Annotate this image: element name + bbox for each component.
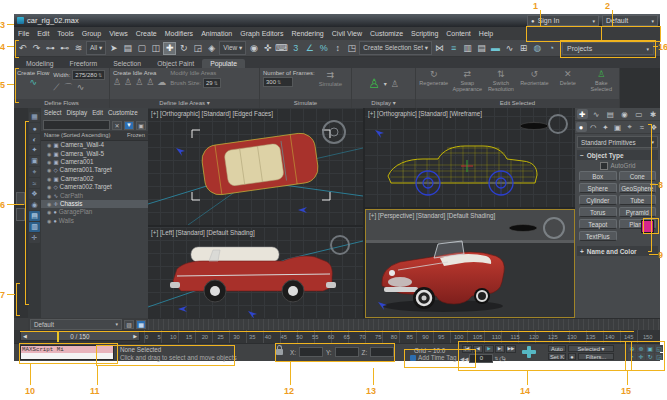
explorer-row-garageplan[interactable]: ● GaragePlan bbox=[41, 208, 148, 216]
schematic-view-icon[interactable]: ⊞ bbox=[517, 42, 530, 55]
select-and-link-icon[interactable]: ⊶ bbox=[44, 42, 57, 55]
explorer-display-bones-icon[interactable]: ◉ bbox=[29, 200, 40, 210]
clear-search-icon[interactable]: ✕ bbox=[112, 121, 122, 130]
tab-object-paint[interactable]: Object Paint bbox=[149, 59, 202, 68]
primitive-type-dropdown[interactable]: Standard Primitives ▾ bbox=[577, 136, 658, 148]
edit-named-selection-sets-icon[interactable]: ◳ bbox=[345, 42, 358, 55]
menu-item[interactable]: Edit bbox=[33, 30, 53, 37]
explorer-row-camera-wall-5[interactable]: ▣ Camera_Wall-5 bbox=[41, 149, 148, 157]
visibility-icon[interactable] bbox=[47, 141, 51, 149]
helpers-category-icon[interactable]: ⌖ bbox=[624, 122, 635, 132]
delete-button[interactable]: ✕ Delete bbox=[553, 70, 582, 86]
viewport-label[interactable]: [+] [Perspective] [Standard] [Default Sh… bbox=[369, 212, 495, 219]
brush-size-spinner[interactable]: 29⇅ bbox=[203, 78, 221, 88]
menu-item[interactable]: Help bbox=[475, 30, 497, 37]
layout-tab-2[interactable] bbox=[16, 208, 25, 221]
idle-area-1-icon[interactable]: ♙ bbox=[113, 77, 121, 87]
visibility-icon[interactable] bbox=[47, 150, 51, 158]
visibility-icon[interactable] bbox=[47, 192, 51, 200]
menu-item[interactable]: Scripting bbox=[407, 30, 442, 37]
visibility-icon[interactable] bbox=[47, 158, 51, 166]
material-editor-icon[interactable]: ◍ bbox=[531, 42, 544, 55]
bind-to-space-warp-icon[interactable]: ≋ bbox=[72, 42, 85, 55]
select-by-name-icon[interactable]: ▤ bbox=[121, 42, 134, 55]
keyboard-override-icon[interactable]: ⌨ bbox=[275, 42, 288, 55]
reference-coordinate-dropdown[interactable]: View ▾ bbox=[219, 41, 246, 55]
use-pivot-center-icon[interactable]: ◉ bbox=[247, 42, 260, 55]
explorer-row-camera-wall-4[interactable]: ▣ Camera_Wall-4 bbox=[41, 141, 148, 149]
lock-icon[interactable]: ▣ bbox=[136, 121, 146, 130]
idle-area-4-icon[interactable]: ♙ bbox=[146, 77, 154, 87]
teapot-button[interactable]: Teapot bbox=[579, 219, 617, 229]
frames-spinner[interactable]: 300⇅ bbox=[263, 77, 293, 87]
menu-item[interactable]: Views bbox=[105, 30, 132, 37]
mirror-icon[interactable]: ⋈ bbox=[433, 42, 446, 55]
render-setup-icon[interactable]: ◔ bbox=[545, 42, 558, 55]
menu-item[interactable]: Create bbox=[132, 30, 161, 37]
explorer-pin-icon[interactable]: ▨ bbox=[124, 320, 134, 329]
selection-filter-dropdown[interactable]: All ▾ bbox=[86, 41, 106, 55]
simulate-button[interactable]: ⇉ Simulate bbox=[319, 70, 342, 87]
filter-icon[interactable]: ▼ bbox=[124, 121, 134, 130]
angle-snap-icon[interactable]: ∠ bbox=[303, 42, 316, 55]
flow-style-1-icon[interactable]: ⟋ bbox=[53, 82, 59, 92]
explorer-menu-item[interactable]: Select bbox=[44, 109, 62, 119]
tab-populate[interactable]: Populate bbox=[202, 59, 245, 68]
display-people-icon[interactable]: ♙ bbox=[368, 79, 380, 89]
snaps-toggle-icon[interactable]: 3 bbox=[289, 42, 302, 55]
tab-freeform[interactable]: Freeform bbox=[62, 59, 106, 68]
named-selection-set-dropdown[interactable]: Create Selection Set ▾ bbox=[359, 41, 432, 55]
cylinder-button[interactable]: Cylinder bbox=[579, 195, 617, 205]
viewport-left[interactable]: [+] [Left] [Standard] [Default Shading] bbox=[148, 227, 363, 318]
explorer-row-carpath[interactable]: ∿ CarPath bbox=[41, 191, 148, 199]
menu-item[interactable]: Customize bbox=[366, 30, 407, 37]
spacewarps-category-icon[interactable]: ≈ bbox=[636, 122, 647, 132]
scene-explorer-toggle-icon[interactable]: ▥ bbox=[461, 42, 474, 55]
time-slider[interactable]: ◀ 0 / 150 ▶ bbox=[20, 331, 140, 341]
explorer-display-all-icon[interactable]: ▦ bbox=[29, 112, 40, 122]
bake-selected-button[interactable]: ♙ Bake Selected bbox=[587, 70, 616, 92]
explorer-pick-icon[interactable]: ✛ bbox=[29, 233, 40, 243]
menu-item[interactable]: Animation bbox=[197, 30, 236, 37]
viewport-label[interactable]: [+] [Orthographic] [Standard] [Edged Fac… bbox=[151, 110, 273, 117]
explorer-row-chassis[interactable]: ✛ Chassis bbox=[41, 200, 148, 208]
utilities-tab-icon[interactable]: ✱ bbox=[647, 109, 658, 119]
column-header-name[interactable]: Name (Sorted Ascending) bbox=[44, 131, 110, 140]
explorer-display-cameras-icon[interactable]: ▣ bbox=[29, 156, 40, 166]
window-crossing-toggle-icon[interactable]: ◫ bbox=[149, 42, 162, 55]
explorer-display-materials-icon[interactable]: ❖ bbox=[29, 189, 40, 199]
motion-tab-icon[interactable]: ◉ bbox=[619, 109, 630, 119]
visibility-icon[interactable] bbox=[47, 200, 51, 208]
display-tab-icon[interactable]: ▭ bbox=[633, 109, 644, 119]
layer-explorer-toggle-icon[interactable]: ▤ bbox=[475, 42, 488, 55]
explorer-search-input[interactable] bbox=[43, 120, 110, 130]
select-and-scale-icon[interactable]: ◲ bbox=[191, 42, 204, 55]
textplus-button[interactable]: TextPlus bbox=[579, 231, 617, 241]
viewport-label[interactable]: [+] [Left] [Standard] [Default Shading] bbox=[151, 229, 255, 236]
sphere-button[interactable]: Sphere bbox=[579, 183, 617, 193]
explorer-display-shapes-icon[interactable]: ◐ bbox=[29, 134, 40, 144]
align-icon[interactable]: ≡ bbox=[447, 42, 460, 55]
select-and-place-icon[interactable]: ◈ bbox=[205, 42, 218, 55]
select-and-manipulate-icon[interactable]: ✜ bbox=[261, 42, 274, 55]
object-type-rollout[interactable]: − Object Type bbox=[577, 150, 658, 160]
display-ghost-icon[interactable]: ♙ bbox=[391, 79, 399, 89]
idle-area-2-icon[interactable]: ♙ bbox=[124, 77, 132, 87]
cameras-category-icon[interactable]: ▣ bbox=[612, 122, 623, 132]
tab-modeling[interactable]: Modeling bbox=[18, 59, 62, 68]
viewport-perspective[interactable]: [+] [Perspective] [Standard] [Default Sh… bbox=[365, 209, 575, 318]
visibility-icon[interactable] bbox=[47, 183, 51, 191]
explorer-row-camera001-target[interactable]: ◇ Camera001.Target bbox=[41, 166, 148, 174]
name-and-color-rollout[interactable]: + Name and Color bbox=[577, 246, 658, 256]
explorer-row-camera001[interactable]: ▣ Camera001 bbox=[41, 158, 148, 166]
sign-in-dropdown[interactable]: ● Sign In ▾ bbox=[527, 15, 599, 26]
switch-resolution-button[interactable]: ⇅ Switch Resolution bbox=[486, 70, 515, 92]
explorer-menu-item[interactable]: Edit bbox=[92, 109, 103, 119]
select-object-icon[interactable]: ➤ bbox=[107, 42, 120, 55]
explorer-display-containers-icon[interactable]: ▤ bbox=[29, 211, 40, 221]
explorer-display-spacewarps-icon[interactable]: ≈ bbox=[29, 178, 40, 188]
create-flow-button[interactable]: Create Flow ∿ bbox=[17, 70, 49, 87]
explorer-menu-item[interactable]: Customize bbox=[108, 109, 138, 119]
ribbon-toggle-icon[interactable]: ▬ bbox=[489, 42, 502, 55]
unlink-selection-icon[interactable]: ⊷ bbox=[58, 42, 71, 55]
